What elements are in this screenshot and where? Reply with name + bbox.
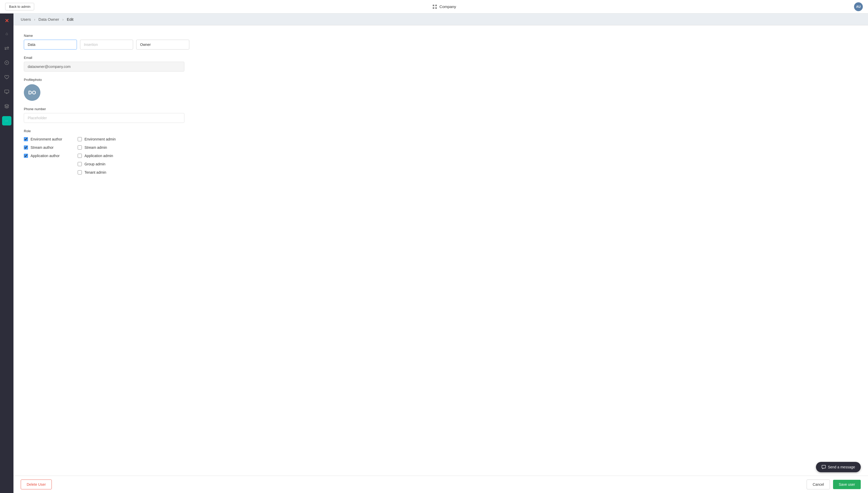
logo-icon: ✕ xyxy=(5,18,9,24)
role-group-admin[interactable]: Group admin xyxy=(78,162,116,166)
svg-rect-6 xyxy=(5,90,9,93)
chat-icon xyxy=(822,465,826,469)
breadcrumb-users[interactable]: Users xyxy=(21,17,31,22)
checkbox-app-admin[interactable] xyxy=(78,154,82,158)
sidebar-item-home[interactable]: ⌂ xyxy=(2,29,12,38)
save-user-button[interactable]: Save user xyxy=(833,480,861,489)
back-to-admin-button[interactable]: Back to admin xyxy=(5,3,34,10)
role-column-right: Environment admin Stream admin Applicati… xyxy=(78,137,116,174)
navbar-center: Company xyxy=(432,4,456,9)
first-name-input[interactable] xyxy=(24,40,77,49)
role-env-admin[interactable]: Environment admin xyxy=(78,137,116,141)
svg-point-5 xyxy=(6,62,7,63)
email-label: Email xyxy=(24,56,184,60)
checkbox-env-author[interactable] xyxy=(24,137,28,141)
sidebar-item-layers[interactable] xyxy=(2,102,12,111)
role-section: Role Environment author Stream author xyxy=(24,129,184,174)
sidebar-item-transfer[interactable] xyxy=(2,44,12,53)
user-avatar[interactable]: AU xyxy=(854,2,863,11)
sidebar-item-favorites[interactable] xyxy=(2,72,12,82)
role-env-admin-label: Environment admin xyxy=(85,137,116,141)
breadcrumb-sep-1: › xyxy=(34,17,35,22)
breadcrumb-edit: Edit xyxy=(67,17,73,22)
bottom-right-actions: Cancel Save user xyxy=(807,479,861,489)
bottom-bar: Delete User Cancel Save user xyxy=(14,476,868,493)
checkbox-env-admin[interactable] xyxy=(78,137,82,141)
name-label: Name xyxy=(24,34,184,38)
breadcrumb-data-owner[interactable]: Data Owner xyxy=(39,17,59,22)
name-row xyxy=(24,40,184,49)
role-columns: Environment author Stream author Applica… xyxy=(24,137,184,174)
role-stream-admin-label: Stream admin xyxy=(85,145,107,150)
main-layout: ✕ ⌂ xyxy=(0,14,868,493)
breadcrumb-sep-2: › xyxy=(62,17,64,22)
svg-rect-1 xyxy=(435,5,437,6)
sidebar-item-discover[interactable] xyxy=(2,58,12,67)
sidebar: ✕ ⌂ xyxy=(0,14,14,493)
company-name: Company xyxy=(439,4,456,9)
checkbox-tenant-admin[interactable] xyxy=(78,170,82,174)
role-app-admin[interactable]: Application admin xyxy=(78,154,116,158)
role-app-admin-label: Application admin xyxy=(85,154,113,158)
email-input[interactable] xyxy=(24,62,184,71)
role-group-admin-label: Group admin xyxy=(85,162,106,166)
checkbox-stream-author[interactable] xyxy=(24,145,28,150)
phone-label: Phone number xyxy=(24,107,184,111)
send-message-label: Send a message xyxy=(828,465,855,469)
checkbox-stream-admin[interactable] xyxy=(78,145,82,150)
role-tenant-admin-label: Tenant admin xyxy=(85,170,106,174)
profile-photo-label: Profilephoto xyxy=(24,78,184,82)
main-content: Name Email Profilephoto DO Phone number xyxy=(14,25,868,476)
last-name-input[interactable] xyxy=(136,40,189,49)
role-env-author[interactable]: Environment author xyxy=(24,137,62,141)
sidebar-item-display[interactable] xyxy=(2,87,12,97)
phone-input[interactable] xyxy=(24,113,184,123)
delete-user-button[interactable]: Delete User xyxy=(21,479,52,489)
role-column-left: Environment author Stream author Applica… xyxy=(24,137,62,174)
edit-form: Name Email Profilephoto DO Phone number xyxy=(24,34,184,174)
profile-photo-section: Profilephoto DO xyxy=(24,78,184,101)
navbar: Back to admin Company AU xyxy=(0,0,868,14)
checkbox-app-author[interactable] xyxy=(24,154,28,158)
role-app-author-label: Application author xyxy=(30,154,60,158)
role-app-author[interactable]: Application author xyxy=(24,154,62,158)
middle-name-input[interactable] xyxy=(80,40,133,49)
profile-avatar[interactable]: DO xyxy=(24,84,40,101)
send-message-button[interactable]: Send a message xyxy=(816,462,861,472)
role-label: Role xyxy=(24,129,184,133)
breadcrumb: Users › Data Owner › Edit xyxy=(14,14,868,25)
navbar-left: Back to admin xyxy=(5,3,34,10)
role-stream-admin[interactable]: Stream admin xyxy=(78,145,116,150)
cancel-button[interactable]: Cancel xyxy=(807,479,830,489)
svg-rect-0 xyxy=(433,5,434,6)
role-stream-author-label: Stream author xyxy=(30,145,53,150)
role-env-author-label: Environment author xyxy=(30,137,62,141)
svg-rect-2 xyxy=(433,7,434,9)
role-tenant-admin[interactable]: Tenant admin xyxy=(78,170,116,174)
sidebar-item-more[interactable]: ··· xyxy=(2,116,12,126)
checkbox-group-admin[interactable] xyxy=(78,162,82,166)
role-stream-author[interactable]: Stream author xyxy=(24,145,62,150)
svg-rect-3 xyxy=(435,7,437,9)
company-grid-icon xyxy=(432,4,437,9)
